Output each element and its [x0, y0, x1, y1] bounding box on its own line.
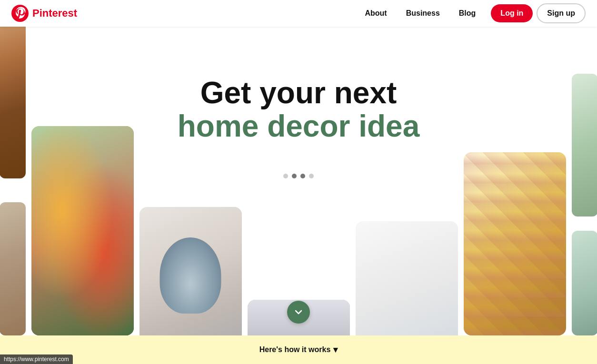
hero-text: Get your next home decor idea — [178, 76, 420, 143]
hero-title-line1: Get your next — [178, 76, 420, 109]
logo[interactable]: Pinterest — [11, 5, 77, 22]
gallery-image-1b — [0, 202, 26, 335]
dot-4[interactable] — [309, 174, 314, 178]
dot-2[interactable] — [292, 174, 297, 178]
header: Pinterest About Business Blog Log in Sig… — [0, 0, 597, 27]
signup-button[interactable]: Sign up — [537, 3, 586, 23]
carousel-dots — [283, 174, 314, 178]
bottom-bar: Here's how it works ▾ — [0, 335, 597, 364]
nav-area: About Business Blog Log in Sign up — [357, 3, 586, 23]
hero-title-line2: home decor idea — [178, 109, 420, 143]
status-url: https://www.pinterest.com — [4, 356, 69, 363]
logo-text: Pinterest — [32, 7, 77, 20]
nav-blog[interactable]: Blog — [451, 5, 484, 21]
gallery-image-1 — [0, 7, 26, 178]
nav-about[interactable]: About — [357, 5, 394, 21]
gallery-image-2 — [31, 126, 134, 335]
login-button[interactable]: Log in — [491, 4, 533, 22]
chevron-down-icon — [293, 306, 304, 318]
scroll-down-button[interactable] — [287, 301, 310, 324]
nav-business[interactable]: Business — [398, 5, 448, 21]
how-it-works-label: Here's how it works — [259, 345, 331, 354]
hero-section: Get your next home decor idea — [0, 0, 597, 364]
dot-3[interactable] — [300, 174, 305, 178]
status-bar: https://www.pinterest.com — [0, 354, 73, 364]
gallery-image-7 — [572, 74, 597, 216]
dot-1[interactable] — [283, 174, 288, 178]
how-it-works-button[interactable]: Here's how it works ▾ — [259, 344, 338, 355]
gallery-image-8 — [572, 231, 597, 335]
how-it-works-chevron: ▾ — [333, 344, 338, 355]
pinterest-logo-icon — [11, 5, 29, 22]
gallery-image-6 — [464, 152, 566, 335]
